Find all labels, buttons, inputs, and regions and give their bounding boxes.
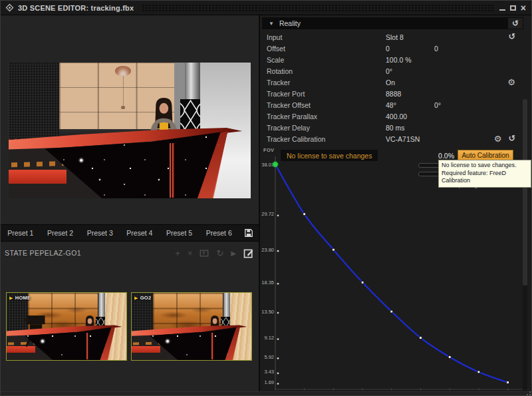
svg-text:23.80: 23.80 — [261, 247, 274, 253]
property-row-tracker[interactable]: Tracker On ⚙ — [260, 77, 526, 88]
thumbnail-home-label: HOME — [15, 295, 31, 301]
calibration-chart-area: 38.0129.7223.8018.3513.509.125.923.431.6… — [260, 146, 532, 391]
reset-icon: ↺ — [512, 19, 519, 28]
parachute-line — [123, 76, 124, 107]
thumbnail-go2[interactable]: ▶ GO2 — [131, 292, 252, 361]
edit-state-icon[interactable] — [243, 248, 253, 258]
preset-5-button[interactable]: Preset 5 — [160, 229, 200, 237]
property-row-tracker-port[interactable]: Tracker Port 8888 — [260, 88, 526, 99]
reset-icon[interactable]: ↺ — [509, 134, 515, 143]
property-row-tracker-delay[interactable]: Tracker Delay 80 ms — [260, 122, 526, 133]
titlebar-drag-texture[interactable] — [142, 3, 494, 13]
license-badge: No license to save changes — [281, 150, 378, 161]
thumbnail-play-icon: ▶ — [9, 296, 13, 300]
reset-icon[interactable]: ↺ — [509, 33, 515, 41]
reality-section-header[interactable]: ▼ Reality ↺ — [262, 17, 523, 29]
gear-icon[interactable]: ⚙ — [494, 134, 502, 143]
svg-text:29.72: 29.72 — [261, 211, 274, 217]
desk-red-stripes — [170, 143, 175, 198]
preset-1-button[interactable]: Preset 1 — [1, 229, 41, 237]
preset-6-button[interactable]: Preset 6 — [199, 229, 239, 237]
svg-text:3.43: 3.43 — [264, 369, 274, 375]
app-logo-icon — [5, 3, 15, 13]
refresh-state-icon[interactable]: ↻ — [216, 249, 223, 258]
property-row-tracker-parallax[interactable]: Tracker Parallax 400.00 — [260, 110, 526, 122]
svg-text:1.69: 1.69 — [264, 379, 274, 385]
left-panel: Preset 1 Preset 2 Preset 3 Preset 4 Pres… — [1, 15, 259, 391]
tooltip-line-2: Required feature: FreeD Calibration — [442, 170, 528, 185]
scene-editor-window: 3D SCENE EDITOR: tracking.fbx × — [0, 0, 532, 396]
scrollbar-thumb[interactable] — [523, 99, 527, 286]
gear-icon[interactable]: ⚙ — [507, 78, 515, 87]
properties-panel: ▼ Reality ↺ Input Slot 8 ↺ Offset 0 0 Sc… — [259, 15, 532, 391]
property-row-offset[interactable]: Offset 0 0 — [260, 43, 526, 54]
svg-text:5.92: 5.92 — [264, 354, 274, 360]
fov-axis-label: FOV — [263, 147, 274, 153]
floor-red-band — [9, 170, 66, 183]
property-list: Input Slot 8 ↺ Offset 0 0 Scale 100.0 % … — [260, 31, 526, 144]
rename-state-icon[interactable] — [200, 249, 209, 258]
resize-grip[interactable] — [523, 388, 531, 396]
studio-scene-preview — [9, 63, 251, 198]
thumbnail-home[interactable]: ▶ HOME — [6, 292, 127, 361]
preset-4-button[interactable]: Preset 4 — [120, 229, 160, 237]
scene-viewport[interactable] — [9, 63, 251, 198]
state-row: STATE PEPELAZ-GO1 + × ↻ ▶ — [1, 244, 259, 262]
play-state-icon[interactable]: ▶ — [231, 249, 236, 258]
close-icon[interactable]: × — [521, 3, 526, 13]
minimize-icon[interactable] — [499, 9, 505, 11]
svg-text:38.01: 38.01 — [261, 162, 274, 168]
window-title: 3D SCENE EDITOR: tracking.fbx — [18, 4, 134, 12]
preset-bar: Preset 1 Preset 2 Preset 3 Preset 4 Pres… — [1, 224, 259, 242]
delete-state-icon[interactable]: × — [188, 249, 193, 258]
section-reset-button[interactable]: ↺ — [508, 18, 523, 29]
section-title: Reality — [279, 19, 301, 27]
property-row-tracker-calibration[interactable]: Tracker Calibration VC-A71SN ⚙ ↺ — [260, 133, 526, 144]
property-row-tracker-offset[interactable]: Tracker Offset 48° 0° — [260, 99, 526, 110]
license-tooltip: No license to save changes. Required fea… — [438, 160, 531, 188]
save-preset-button[interactable] — [239, 228, 259, 238]
save-icon — [244, 228, 253, 238]
maximize-icon[interactable] — [510, 5, 516, 11]
tooltip-line-1: No license to save changes. — [442, 162, 528, 170]
state-label: STATE PEPELAZ-GO1 — [5, 249, 81, 257]
thumbnail-play-icon: ▶ — [134, 296, 138, 300]
calibration-percent: 0.0% — [428, 152, 454, 160]
collapse-icon[interactable]: ▼ — [269, 21, 274, 27]
state-thumbnails: ▶ HOME — [1, 292, 259, 361]
property-row-scale[interactable]: Scale 100.0 % — [260, 54, 526, 65]
titlebar: 3D SCENE EDITOR: tracking.fbx × — [1, 1, 531, 15]
add-state-icon[interactable]: + — [175, 249, 180, 258]
svg-text:13.50: 13.50 — [261, 309, 274, 315]
thumbnail-go2-label: GO2 — [140, 295, 152, 301]
bottom-strip — [1, 391, 532, 396]
parachute-graphic — [115, 66, 131, 76]
preset-2-button[interactable]: Preset 2 — [41, 229, 80, 237]
preset-3-button[interactable]: Preset 3 — [80, 229, 120, 237]
property-row-input[interactable]: Input Slot 8 ↺ — [260, 31, 526, 43]
svg-text:18.35: 18.35 — [261, 280, 274, 286]
svg-text:9.12: 9.12 — [264, 335, 274, 341]
property-row-rotation[interactable]: Rotation 0° — [260, 65, 526, 77]
